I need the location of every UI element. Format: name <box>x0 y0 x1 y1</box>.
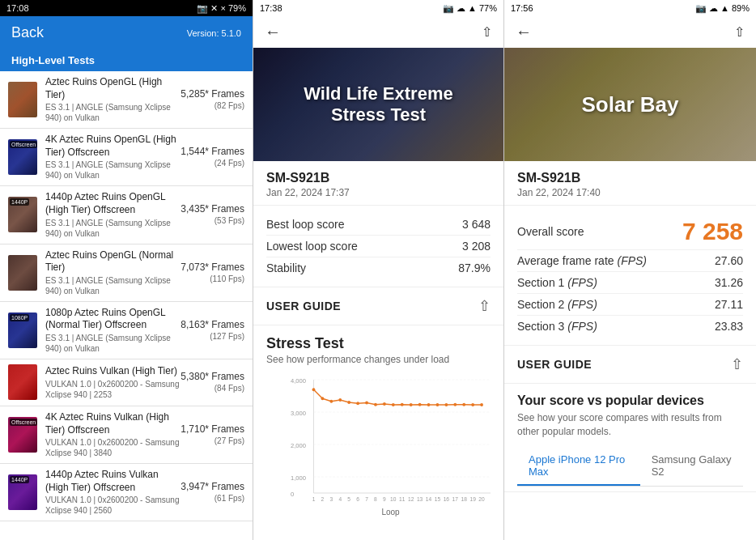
panel-left: 17:08 📷 ✕ × 79% Back Version: 5.1.0 High… <box>0 0 253 540</box>
svg-text:17: 17 <box>452 496 459 502</box>
lowest-loop-label: Lowest loop score <box>266 240 358 253</box>
item-score: 1,710* Frames(27 Fps) <box>180 423 244 446</box>
tab-samsung[interactable]: Samsung Galaxy S2 <box>640 447 743 486</box>
svg-text:8: 8 <box>374 496 377 502</box>
overall-label: Overall score <box>517 225 584 238</box>
device-date-right: Jan 22, 2024 17:40 <box>517 187 743 198</box>
device-name-right: SM-S921B <box>517 171 743 185</box>
test-list-item[interactable]: Aztec Ruins OpenGL (Normal Tier)ES 3.1 |… <box>0 244 253 302</box>
item-score: 7,073* Frames(110 Fps) <box>180 261 244 284</box>
item-score: 3,435* Frames(53 Fps) <box>180 203 244 226</box>
svg-point-24 <box>427 403 431 406</box>
svg-text:0: 0 <box>291 491 295 498</box>
svg-point-29 <box>471 403 474 406</box>
status-time-right: 17:56 <box>511 3 533 13</box>
svg-point-28 <box>462 403 465 406</box>
stability-value: 87.9% <box>458 261 491 274</box>
stability-label: Stability <box>266 261 306 274</box>
share-icon-right[interactable]: ⇧ <box>734 24 745 40</box>
lowest-loop-value: 3 208 <box>462 240 491 253</box>
svg-text:11: 11 <box>399 496 406 502</box>
version-label: Version: 5.1.0 <box>187 28 241 38</box>
svg-text:18: 18 <box>461 496 468 502</box>
best-loop-row: Best loop score 3 648 <box>266 214 491 236</box>
svg-point-12 <box>321 397 325 400</box>
item-title: 4K Aztec Ruins Vulkan (High Tier) Offscr… <box>45 411 180 436</box>
item-sub: ES 3.1 | ANGLE (Samsung Xclipse 940) on … <box>45 159 180 181</box>
item-title: 1080p Aztec Ruins OpenGL (Normal Tier) O… <box>45 307 180 332</box>
test-list-item[interactable]: 1440P1440p Aztec Ruins Vulkan (High Tier… <box>0 464 253 521</box>
status-bar-mid: 17:38 📷 ☁ ▲ 77% <box>253 0 503 16</box>
svg-text:12: 12 <box>408 496 414 502</box>
vs-section: Your score vs popular devices See how yo… <box>504 384 756 492</box>
svg-point-17 <box>365 402 368 405</box>
item-score: 1,544* Frames(24 Fps) <box>180 146 244 168</box>
svg-point-25 <box>436 403 440 406</box>
svg-text:4: 4 <box>338 496 342 502</box>
test-list-item[interactable]: Offscreen4K Aztec Ruins Vulkan (High Tie… <box>0 406 253 464</box>
svg-point-27 <box>453 403 457 406</box>
item-sub: VULKAN 1.0 | 0x2600200 - Samsung Xclipse… <box>45 379 180 400</box>
back-arrow-mid[interactable]: ← <box>265 23 281 41</box>
section1-row: Section 1 (FPS) 31.26 <box>517 272 743 294</box>
svg-text:4,000: 4,000 <box>291 377 307 385</box>
svg-point-13 <box>329 400 333 403</box>
svg-point-20 <box>392 403 395 406</box>
share-icon-ug-right[interactable]: ⇧ <box>731 355 743 373</box>
test-list-item[interactable]: Offscreen4K Aztec Ruins OpenGL (High Tie… <box>0 129 253 186</box>
svg-text:15: 15 <box>435 496 441 502</box>
share-icon-mid[interactable]: ⇧ <box>482 24 492 40</box>
best-loop-label: Best loop score <box>266 218 345 231</box>
svg-point-19 <box>383 402 386 406</box>
status-bar-left: 17:08 📷 ✕ × 79% <box>0 0 253 16</box>
svg-point-16 <box>356 402 359 405</box>
share-icon-ug-mid[interactable]: ⇧ <box>478 297 491 315</box>
svg-text:6: 6 <box>356 496 359 502</box>
hero-title-mid: Wild Life ExtremeStress Test <box>304 83 452 126</box>
item-title: Aztec Ruins OpenGL (Normal Tier) <box>45 249 180 274</box>
header-left: Back Version: 5.1.0 <box>0 16 253 49</box>
user-guide-mid[interactable]: USER GUIDE ⇧ <box>253 287 503 325</box>
svg-text:3,000: 3,000 <box>291 410 307 417</box>
item-title: 1440p Aztec Ruins OpenGL (High Tier) Off… <box>45 191 180 216</box>
stress-sub: See how performance changes under load <box>266 354 491 365</box>
svg-text:1: 1 <box>312 496 316 502</box>
svg-point-18 <box>374 403 377 406</box>
test-list: Aztec Ruins OpenGL (High Tier)ES 3.1 | A… <box>0 71 253 540</box>
stress-title: Stress Test <box>266 335 491 352</box>
status-icons-left: 📷 ✕ × 79% <box>197 3 246 14</box>
hero-image-right: Solar Bay <box>504 48 756 161</box>
test-list-item[interactable]: 1440P1440p Aztec Ruins OpenGL (High Tier… <box>0 186 253 244</box>
item-sub: VULKAN 1.0 | 0x2600200 - Samsung Xclipse… <box>45 495 180 516</box>
status-time-mid: 17:38 <box>260 3 282 13</box>
svg-text:9: 9 <box>383 496 386 502</box>
top-nav-right: ← ⇧ <box>504 16 756 48</box>
item-title: 1440p Aztec Ruins Vulkan (High Tier) Off… <box>45 469 180 494</box>
comparison-tabs: Apple iPhone 12 Pro Max Samsung Galaxy S… <box>517 447 743 487</box>
section2-label: Section 2 (FPS) <box>517 298 597 311</box>
test-list-item[interactable]: Aztec Ruins Vulkan (High Tier)VULKAN 1.0… <box>0 359 253 406</box>
scores-section-mid: Best loop score 3 648 Lowest loop score … <box>253 206 503 287</box>
item-title: Aztec Ruins Vulkan (High Tier) <box>45 365 180 378</box>
user-guide-right[interactable]: USER GUIDE ⇧ <box>504 346 756 384</box>
device-section-mid: SM-S921B Jan 22, 2024 17:37 <box>253 161 503 206</box>
svg-point-11 <box>312 388 316 391</box>
item-sub: ES 3.1 | ANGLE (Samsung Xclipse 940) on … <box>45 333 180 354</box>
avg-fps-value: 27.60 <box>715 254 743 267</box>
test-list-item[interactable]: Aztec Ruins OpenGL (High Tier)ES 3.1 | A… <box>0 71 253 129</box>
tab-iphone[interactable]: Apple iPhone 12 Pro Max <box>517 447 640 486</box>
back-button[interactable]: Back <box>11 24 44 41</box>
svg-text:13: 13 <box>417 496 423 502</box>
svg-point-15 <box>347 401 350 404</box>
item-sub: ES 3.1 | ANGLE (Samsung Xclipse 940) on … <box>45 102 180 123</box>
svg-point-23 <box>418 403 422 406</box>
vs-title: Your score vs popular devices <box>517 393 743 408</box>
back-arrow-right[interactable]: ← <box>516 23 532 41</box>
svg-point-26 <box>444 403 448 406</box>
svg-text:1,000: 1,000 <box>291 474 307 482</box>
item-score: 3,947* Frames(61 Fps) <box>180 481 244 504</box>
svg-text:14: 14 <box>426 496 432 502</box>
test-list-item[interactable]: 1080P1080p Aztec Ruins OpenGL (Normal Ti… <box>0 302 253 359</box>
svg-point-30 <box>480 403 483 406</box>
svg-text:5: 5 <box>347 496 350 502</box>
